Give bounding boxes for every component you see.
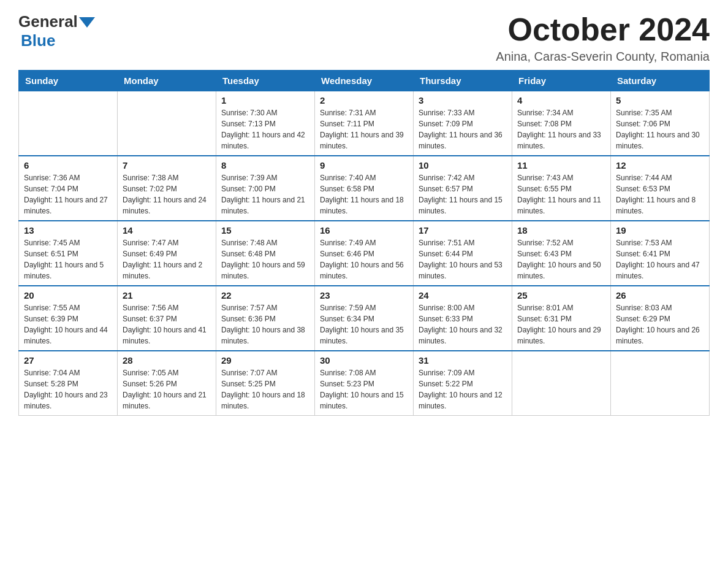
day-number: 8 bbox=[221, 160, 309, 170]
day-info: Sunrise: 7:35 AMSunset: 7:06 PMDaylight:… bbox=[616, 107, 704, 151]
day-number: 27 bbox=[24, 355, 112, 366]
page-header: General Blue October 2024 Anina, Caras-S… bbox=[18, 12, 710, 64]
day-number: 23 bbox=[320, 290, 408, 301]
day-number: 4 bbox=[517, 95, 605, 105]
day-number: 15 bbox=[221, 225, 309, 236]
weekday-header-tuesday: Tuesday bbox=[216, 71, 315, 91]
day-info: Sunrise: 7:56 AMSunset: 6:37 PMDaylight:… bbox=[123, 302, 211, 347]
calendar-week-row: 13Sunrise: 7:45 AMSunset: 6:51 PMDayligh… bbox=[19, 221, 710, 286]
calendar-cell: 14Sunrise: 7:47 AMSunset: 6:49 PMDayligh… bbox=[118, 221, 216, 286]
calendar-cell: 1Sunrise: 7:30 AMSunset: 7:13 PMDaylight… bbox=[216, 91, 315, 156]
day-info: Sunrise: 7:38 AMSunset: 7:02 PMDaylight:… bbox=[123, 172, 211, 216]
calendar-cell bbox=[118, 91, 216, 156]
day-number: 26 bbox=[616, 290, 704, 301]
calendar-week-row: 20Sunrise: 7:55 AMSunset: 6:39 PMDayligh… bbox=[19, 286, 710, 351]
calendar-cell: 19Sunrise: 7:53 AMSunset: 6:41 PMDayligh… bbox=[611, 221, 710, 286]
calendar-cell: 31Sunrise: 7:09 AMSunset: 5:22 PMDayligh… bbox=[414, 351, 512, 416]
weekday-header-monday: Monday bbox=[118, 71, 216, 91]
day-info: Sunrise: 7:57 AMSunset: 6:36 PMDaylight:… bbox=[221, 302, 309, 347]
day-info: Sunrise: 7:34 AMSunset: 7:08 PMDaylight:… bbox=[517, 107, 605, 151]
day-number: 7 bbox=[123, 160, 211, 170]
calendar-cell bbox=[19, 91, 118, 156]
day-info: Sunrise: 7:09 AMSunset: 5:22 PMDaylight:… bbox=[419, 367, 507, 412]
day-info: Sunrise: 7:43 AMSunset: 6:55 PMDaylight:… bbox=[517, 172, 605, 216]
day-number: 21 bbox=[123, 290, 211, 301]
day-number: 29 bbox=[221, 355, 309, 366]
weekday-header-thursday: Thursday bbox=[414, 71, 512, 91]
calendar-cell: 3Sunrise: 7:33 AMSunset: 7:09 PMDaylight… bbox=[414, 91, 512, 156]
calendar-cell: 20Sunrise: 7:55 AMSunset: 6:39 PMDayligh… bbox=[19, 286, 118, 351]
day-info: Sunrise: 7:49 AMSunset: 6:46 PMDaylight:… bbox=[320, 237, 408, 282]
calendar-cell: 28Sunrise: 7:05 AMSunset: 5:26 PMDayligh… bbox=[118, 351, 216, 416]
day-number: 24 bbox=[419, 290, 507, 301]
weekday-header-friday: Friday bbox=[512, 71, 611, 91]
calendar-cell: 24Sunrise: 8:00 AMSunset: 6:33 PMDayligh… bbox=[414, 286, 512, 351]
calendar-cell: 13Sunrise: 7:45 AMSunset: 6:51 PMDayligh… bbox=[19, 221, 118, 286]
location-subtitle: Anina, Caras-Severin County, Romania bbox=[496, 50, 710, 64]
day-info: Sunrise: 7:48 AMSunset: 6:48 PMDaylight:… bbox=[221, 237, 309, 282]
calendar-week-row: 27Sunrise: 7:04 AMSunset: 5:28 PMDayligh… bbox=[19, 351, 710, 416]
day-info: Sunrise: 8:03 AMSunset: 6:29 PMDaylight:… bbox=[616, 302, 704, 347]
day-number: 28 bbox=[123, 355, 211, 366]
day-info: Sunrise: 7:08 AMSunset: 5:23 PMDaylight:… bbox=[320, 367, 408, 412]
calendar-week-row: 6Sunrise: 7:36 AMSunset: 7:04 PMDaylight… bbox=[19, 156, 710, 221]
calendar-cell: 4Sunrise: 7:34 AMSunset: 7:08 PMDaylight… bbox=[512, 91, 611, 156]
calendar-cell: 26Sunrise: 8:03 AMSunset: 6:29 PMDayligh… bbox=[611, 286, 710, 351]
day-number: 5 bbox=[616, 95, 704, 105]
calendar-cell bbox=[611, 351, 710, 416]
calendar-cell: 11Sunrise: 7:43 AMSunset: 6:55 PMDayligh… bbox=[512, 156, 611, 221]
day-info: Sunrise: 7:30 AMSunset: 7:13 PMDaylight:… bbox=[221, 107, 309, 151]
calendar-cell: 21Sunrise: 7:56 AMSunset: 6:37 PMDayligh… bbox=[118, 286, 216, 351]
logo-general-text: General bbox=[18, 12, 78, 31]
calendar-cell: 25Sunrise: 8:01 AMSunset: 6:31 PMDayligh… bbox=[512, 286, 611, 351]
day-number: 13 bbox=[24, 225, 112, 236]
calendar-cell: 23Sunrise: 7:59 AMSunset: 6:34 PMDayligh… bbox=[315, 286, 414, 351]
day-number: 16 bbox=[320, 225, 408, 236]
calendar-cell: 9Sunrise: 7:40 AMSunset: 6:58 PMDaylight… bbox=[315, 156, 414, 221]
calendar-cell: 29Sunrise: 7:07 AMSunset: 5:25 PMDayligh… bbox=[216, 351, 315, 416]
day-info: Sunrise: 7:47 AMSunset: 6:49 PMDaylight:… bbox=[123, 237, 211, 282]
calendar-cell: 15Sunrise: 7:48 AMSunset: 6:48 PMDayligh… bbox=[216, 221, 315, 286]
calendar-cell: 7Sunrise: 7:38 AMSunset: 7:02 PMDaylight… bbox=[118, 156, 216, 221]
calendar-cell: 22Sunrise: 7:57 AMSunset: 6:36 PMDayligh… bbox=[216, 286, 315, 351]
day-info: Sunrise: 7:07 AMSunset: 5:25 PMDaylight:… bbox=[221, 367, 309, 412]
day-number: 17 bbox=[419, 225, 507, 236]
day-number: 12 bbox=[616, 160, 704, 170]
day-info: Sunrise: 7:31 AMSunset: 7:11 PMDaylight:… bbox=[320, 107, 408, 151]
logo-blue-text: Blue bbox=[21, 31, 55, 50]
calendar-cell: 10Sunrise: 7:42 AMSunset: 6:57 PMDayligh… bbox=[414, 156, 512, 221]
calendar-header-row: SundayMondayTuesdayWednesdayThursdayFrid… bbox=[19, 71, 710, 91]
day-number: 9 bbox=[320, 160, 408, 170]
calendar-cell: 2Sunrise: 7:31 AMSunset: 7:11 PMDaylight… bbox=[315, 91, 414, 156]
day-info: Sunrise: 7:53 AMSunset: 6:41 PMDaylight:… bbox=[616, 237, 704, 282]
calendar-cell: 12Sunrise: 7:44 AMSunset: 6:53 PMDayligh… bbox=[611, 156, 710, 221]
day-info: Sunrise: 7:45 AMSunset: 6:51 PMDaylight:… bbox=[24, 237, 112, 282]
day-info: Sunrise: 8:01 AMSunset: 6:31 PMDaylight:… bbox=[517, 302, 605, 347]
day-info: Sunrise: 8:00 AMSunset: 6:33 PMDaylight:… bbox=[419, 302, 507, 347]
day-number: 22 bbox=[221, 290, 309, 301]
calendar-cell: 30Sunrise: 7:08 AMSunset: 5:23 PMDayligh… bbox=[315, 351, 414, 416]
weekday-header-saturday: Saturday bbox=[611, 71, 710, 91]
day-number: 20 bbox=[24, 290, 112, 301]
calendar-cell: 8Sunrise: 7:39 AMSunset: 7:00 PMDaylight… bbox=[216, 156, 315, 221]
day-info: Sunrise: 7:33 AMSunset: 7:09 PMDaylight:… bbox=[419, 107, 507, 151]
calendar-cell: 16Sunrise: 7:49 AMSunset: 6:46 PMDayligh… bbox=[315, 221, 414, 286]
day-info: Sunrise: 7:51 AMSunset: 6:44 PMDaylight:… bbox=[419, 237, 507, 282]
day-info: Sunrise: 7:42 AMSunset: 6:57 PMDaylight:… bbox=[419, 172, 507, 216]
calendar-cell: 17Sunrise: 7:51 AMSunset: 6:44 PMDayligh… bbox=[414, 221, 512, 286]
title-section: October 2024 Anina, Caras-Severin County… bbox=[496, 12, 710, 64]
calendar-table: SundayMondayTuesdayWednesdayThursdayFrid… bbox=[18, 70, 710, 416]
day-number: 6 bbox=[24, 160, 112, 170]
calendar-week-row: 1Sunrise: 7:30 AMSunset: 7:13 PMDaylight… bbox=[19, 91, 710, 156]
day-info: Sunrise: 7:05 AMSunset: 5:26 PMDaylight:… bbox=[123, 367, 211, 412]
calendar-cell: 27Sunrise: 7:04 AMSunset: 5:28 PMDayligh… bbox=[19, 351, 118, 416]
day-info: Sunrise: 7:59 AMSunset: 6:34 PMDaylight:… bbox=[320, 302, 408, 347]
day-number: 11 bbox=[517, 160, 605, 170]
calendar-cell: 18Sunrise: 7:52 AMSunset: 6:43 PMDayligh… bbox=[512, 221, 611, 286]
day-number: 10 bbox=[419, 160, 507, 170]
weekday-header-wednesday: Wednesday bbox=[315, 71, 414, 91]
day-number: 18 bbox=[517, 225, 605, 236]
day-info: Sunrise: 7:52 AMSunset: 6:43 PMDaylight:… bbox=[517, 237, 605, 282]
day-number: 25 bbox=[517, 290, 605, 301]
day-info: Sunrise: 7:44 AMSunset: 6:53 PMDaylight:… bbox=[616, 172, 704, 216]
